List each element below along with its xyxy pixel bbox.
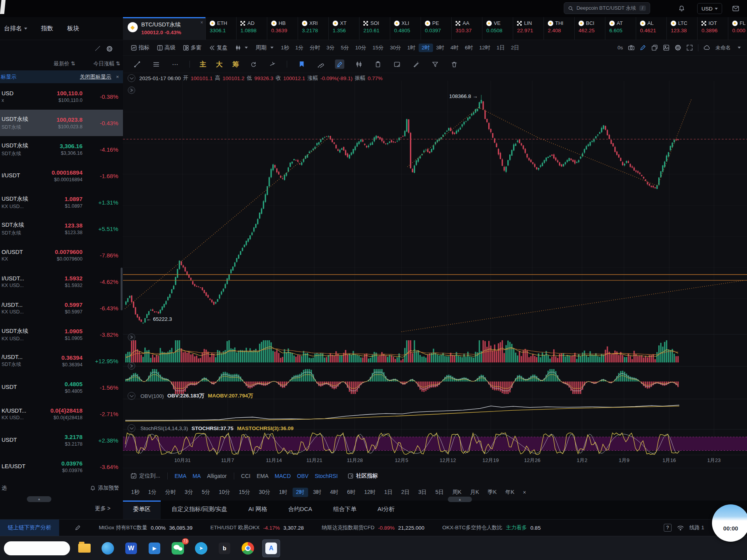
timeframe-1时[interactable]: 1时 — [404, 44, 419, 52]
watchlist-row[interactable]: /USDT...KX USD...0.5997$0.5997-6.43% — [0, 295, 123, 321]
search-box[interactable]: Deepcoin BTC/USDT 永续 / — [564, 2, 650, 14]
watchlist-row[interactable]: SDT永续SDT永续123.38$123.38+5.51% — [0, 215, 123, 242]
draw-icon[interactable] — [640, 44, 646, 51]
magic-pen-tool[interactable] — [411, 60, 421, 69]
advanced-button[interactable]: 高级 — [154, 44, 179, 51]
notifications-button[interactable] — [677, 4, 687, 14]
funnel-icon[interactable] — [430, 60, 440, 69]
ticker-item-THI[interactable]: ◆THI2.408 — [544, 17, 574, 40]
ticker-item-XLI[interactable]: ◆XLI0.4805 — [390, 17, 421, 40]
clipboard-tool[interactable] — [373, 60, 382, 69]
bottom-timeframe-月K[interactable]: 月K — [466, 488, 482, 497]
tab-自定义指标/回测/实盘[interactable]: 自定义指标/回测/实盘 — [161, 500, 237, 519]
bottom-timeframe-1日[interactable]: 1日 — [381, 488, 396, 497]
bottom-timeframe-3分[interactable]: 3分 — [181, 488, 197, 497]
watchlist-row[interactable]: O/USDTKX0.0079600$0.0079600-7.86% — [0, 242, 123, 268]
sidebar-scroll-pill[interactable]: ▲ — [27, 496, 51, 502]
gear-icon[interactable] — [106, 46, 113, 52]
add-alert-button[interactable]: 添加预警 — [90, 485, 119, 492]
favorite-EMA[interactable]: EMA — [257, 473, 268, 479]
timeframe-15分[interactable]: 15分 — [370, 44, 387, 52]
bottom-timeframe-分时[interactable]: 分时 — [162, 488, 180, 497]
sort-change[interactable]: 今日涨幅 ⇅ — [93, 60, 120, 67]
collapse-legend-icon[interactable] — [128, 74, 135, 82]
multi-window-button[interactable]: 多窗 — [180, 44, 205, 51]
large-view-toggle[interactable]: 大 — [216, 60, 223, 69]
bottom-timeframe-1时[interactable]: 1时 — [275, 488, 291, 497]
bottom-timeframe-30分[interactable]: 30分 — [255, 488, 274, 497]
ticker-item-XRI[interactable]: ◆XRI3.2178 — [298, 17, 328, 40]
ticker-item-XT[interactable]: ◆XT1.356 — [328, 17, 359, 40]
taskbar-search-input[interactable] — [4, 541, 70, 555]
ticker-item-AD[interactable]: AD1.0898 — [236, 17, 267, 40]
layout-name[interactable]: 未命名 — [715, 44, 731, 51]
dark-app-icon[interactable]: b — [216, 539, 233, 557]
currency-dropdown[interactable]: USD — [697, 3, 722, 14]
bottom-timeframe-5分[interactable]: 5分 — [198, 488, 214, 497]
close-timeframe-row-icon[interactable]: × — [519, 488, 530, 497]
bottom-timeframe-15分[interactable]: 15分 — [235, 488, 254, 497]
nav-rankings[interactable]: 台排名 — [4, 24, 27, 33]
trash-icon[interactable] — [449, 60, 459, 69]
media-icon[interactable]: ▶ — [146, 539, 163, 557]
watchlist-row[interactable]: USDT永续KX USD...1.0905$1.0905-3.82% — [0, 321, 123, 348]
timeframe-3时[interactable]: 3时 — [433, 44, 447, 52]
gear-icon[interactable] — [675, 44, 681, 51]
pattern-tool[interactable] — [354, 60, 363, 69]
refresh-edit-tool[interactable] — [249, 60, 258, 69]
more-tools[interactable]: ⋯ — [170, 60, 180, 69]
ticker-item-FL[interactable]: ◆FL0.000 — [728, 17, 747, 40]
price-chart[interactable]: 10月3111月711月1411月2111月2812月512月1212月1912… — [123, 81, 747, 467]
status-item[interactable]: MtGox 持有BTC数量0.00%36,085.39 — [99, 524, 193, 531]
favorite-StochRSI[interactable]: StochRSI — [315, 473, 338, 479]
ticker-item-LIN[interactable]: LIN22.971 — [513, 17, 544, 40]
community-indicators-button[interactable]: 社区指标 — [348, 472, 378, 480]
main-chart-toggle[interactable]: 主 — [200, 60, 206, 69]
bottom-timeframe-12时[interactable]: 12时 — [361, 488, 379, 497]
status-item[interactable]: 纳斯达克指数期货CFD-0.89%21,225.000 — [322, 524, 424, 531]
sort-last-price[interactable]: 最新价 ⇅ — [54, 60, 75, 67]
bottom-timeframe-1分[interactable]: 1分 — [145, 488, 160, 497]
highlighter-tool[interactable] — [335, 60, 344, 69]
timeframe-分时[interactable]: 分时 — [307, 44, 323, 52]
timeframe-30分[interactable]: 30分 — [387, 44, 404, 52]
collapse-obv-icon[interactable] — [128, 392, 135, 400]
timeframe-3分[interactable]: 3分 — [323, 44, 338, 52]
ticker-item-HB[interactable]: ◆HB0.3639 — [267, 17, 298, 40]
sidebar-scrollbar[interactable] — [121, 268, 123, 310]
close-icon[interactable]: × — [116, 74, 119, 80]
indicators-button[interactable]: 指标 — [128, 44, 153, 51]
edit-icon[interactable] — [75, 525, 81, 531]
bottom-timeframe-周K[interactable]: 周K — [449, 488, 465, 497]
watchlist-row[interactable]: USDT0.4805$0.4805-1.56% — [0, 374, 123, 401]
watchlist-row[interactable]: USDT永续KX USD...1.0897$1.0897+1.31% — [0, 189, 123, 215]
replay-button[interactable]: 复盘 — [206, 44, 231, 51]
bottom-timeframe-年K[interactable]: 年K — [502, 488, 518, 497]
period-dropdown[interactable]: 周期 — [252, 44, 277, 51]
fullscreen-icon[interactable] — [686, 44, 693, 51]
bottom-timeframe-6时[interactable]: 6时 — [344, 488, 359, 497]
bottom-timeframe-10分[interactable]: 10分 — [215, 488, 234, 497]
ticker-item-ETH[interactable]: ◆ETH3306.1 — [205, 17, 236, 40]
collapse-icon[interactable] — [95, 46, 100, 51]
gallery-icon[interactable] — [663, 44, 670, 51]
status-item[interactable]: ETH/USDT 欧易OKX-4.17%3,307.28 — [210, 524, 304, 531]
ticker-item-IOT[interactable]: IOT0.3896 — [697, 17, 728, 40]
strike-tool[interactable] — [268, 60, 277, 69]
watchlist-row[interactable]: USDT3.2178$3.2178+2.38% — [0, 427, 123, 453]
favorite-CCI[interactable]: CCI — [241, 473, 251, 479]
bookmark-tool[interactable] — [297, 60, 306, 69]
ticker-item-PE[interactable]: ◆PE0.0397 — [421, 17, 451, 40]
bottom-timeframe-3时[interactable]: 3时 — [310, 488, 325, 497]
ticker-item-LTC[interactable]: ◆LTC123.38 — [666, 17, 697, 40]
line-list-tool[interactable] — [151, 60, 161, 69]
timeframe-5分[interactable]: 5分 — [338, 44, 352, 52]
messages-button[interactable] — [731, 4, 741, 14]
watchlist-row[interactable]: USDT永续SDT永续3,306.16$3,306.16-4.16% — [0, 136, 123, 163]
timeframe-10分[interactable]: 10分 — [352, 44, 370, 52]
tab-AI 网格[interactable]: AI 网格 — [238, 500, 277, 519]
ticker-item-SOI[interactable]: SOI210.61 — [359, 17, 390, 40]
layers-icon[interactable] — [651, 44, 658, 51]
tab-合约DCA[interactable]: 合约DCA — [278, 500, 323, 519]
watchlist-row[interactable]: /USDT...SDT永续0.36394$0.36394+12.95% — [0, 348, 123, 374]
